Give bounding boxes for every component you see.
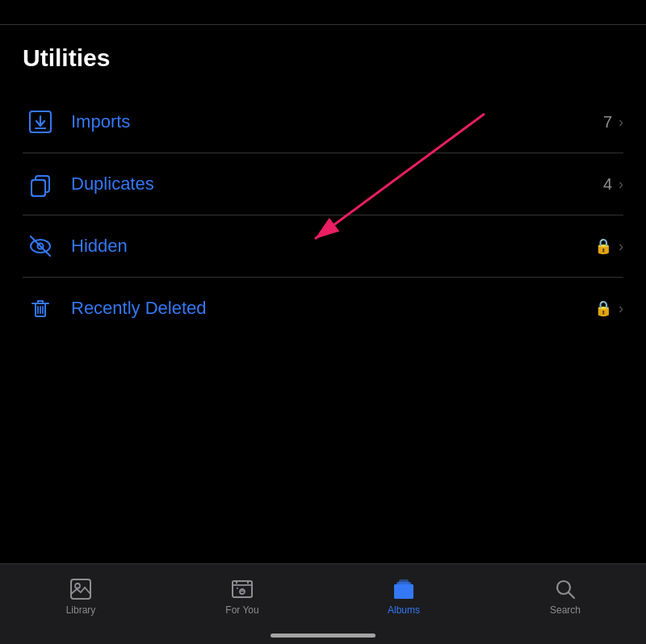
hidden-label: Hidden <box>71 236 594 257</box>
search-icon <box>553 577 577 601</box>
list-item-recently-deleted[interactable]: Recently Deleted 🔒 › <box>23 278 623 339</box>
hidden-lock: 🔒 <box>594 237 612 255</box>
duplicates-label: Duplicates <box>71 174 603 194</box>
svg-rect-3 <box>31 180 45 196</box>
utilities-title: Utilities <box>23 44 623 72</box>
tab-albums[interactable]: Albums <box>323 572 484 621</box>
for-you-icon <box>230 577 254 601</box>
duplicates-badge: 4 <box>603 175 612 194</box>
recently-deleted-label: Recently Deleted <box>71 298 594 319</box>
library-icon <box>69 577 93 601</box>
tab-for-you[interactable]: For You <box>162 572 323 621</box>
duplicates-chevron: › <box>619 176 623 193</box>
duplicates-icon <box>23 166 58 202</box>
imports-icon <box>23 104 58 140</box>
svg-point-15 <box>75 583 80 588</box>
main-content: Utilities Imports 7 › <box>0 0 646 644</box>
imports-chevron: › <box>619 114 623 131</box>
albums-icon <box>392 577 416 601</box>
tab-library[interactable]: Library <box>0 572 162 621</box>
tab-search-label: Search <box>550 604 581 616</box>
svg-rect-25 <box>394 584 413 599</box>
utilities-section: Utilities Imports 7 › <box>0 25 646 563</box>
imports-label: Imports <box>71 111 603 132</box>
hidden-chevron: › <box>619 238 623 255</box>
tab-search[interactable]: Search <box>484 572 646 621</box>
list-item-imports[interactable]: Imports 7 › <box>23 91 623 153</box>
recently-deleted-icon <box>23 291 58 326</box>
svg-rect-14 <box>71 579 90 599</box>
svg-line-27 <box>568 592 574 598</box>
list-item-hidden[interactable]: Hidden 🔒 › <box>23 215 623 278</box>
list-items: Imports 7 › Duplicates 4 › <box>23 91 623 339</box>
recently-deleted-chevron: › <box>619 300 623 317</box>
tab-albums-label: Albums <box>388 604 420 616</box>
tab-bar: Library For You <box>0 563 646 644</box>
tab-library-label: Library <box>66 604 96 616</box>
imports-badge: 7 <box>603 113 612 132</box>
home-indicator <box>271 634 375 638</box>
hidden-icon <box>23 228 58 264</box>
list-item-duplicates[interactable]: Duplicates 4 › <box>23 153 623 215</box>
recently-deleted-lock: 🔒 <box>594 299 612 317</box>
tab-for-you-label: For You <box>225 604 258 616</box>
